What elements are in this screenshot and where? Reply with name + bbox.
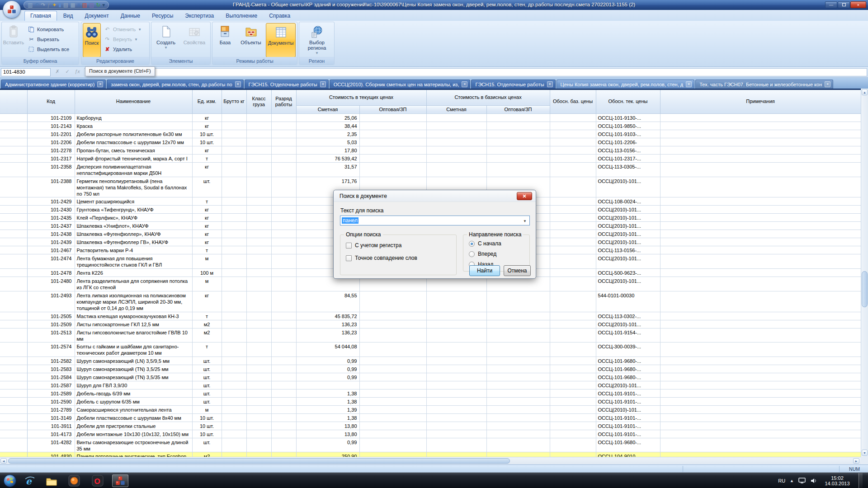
cell-unit[interactable]: кг bbox=[192, 146, 222, 154]
cell-code[interactable]: 101-2317 bbox=[27, 154, 75, 162]
cell-emp[interactable] bbox=[426, 320, 486, 328]
cell-code[interactable]: 101-2435 bbox=[27, 213, 75, 221]
taskbar-media-player-icon[interactable] bbox=[66, 474, 82, 487]
cell-name[interactable]: Натрий фтористый технический, марка А, с… bbox=[75, 154, 192, 162]
cell-emp[interactable] bbox=[486, 365, 550, 373]
cell-emp[interactable] bbox=[486, 291, 550, 312]
cell-code[interactable]: 101-2358 bbox=[27, 162, 75, 177]
cell-emp[interactable] bbox=[660, 268, 861, 277]
cell-unit[interactable]: 100 м bbox=[192, 268, 222, 277]
cell-emp[interactable] bbox=[246, 138, 271, 146]
checkbox-icon[interactable] bbox=[346, 255, 352, 261]
dialog-title[interactable]: Поиск в документе bbox=[334, 190, 536, 202]
cell-num[interactable]: 54 044,08 bbox=[296, 342, 359, 357]
cell-gutter[interactable] bbox=[0, 291, 27, 312]
cell-emp[interactable] bbox=[486, 146, 550, 154]
cancel-entry-icon[interactable]: ✗ bbox=[53, 69, 61, 76]
cell-name[interactable]: Мастика клеящая кумаронокаучуковая КН-3 bbox=[75, 312, 192, 320]
cell-emp[interactable] bbox=[426, 430, 486, 438]
cell-emp[interactable] bbox=[246, 277, 271, 291]
cell-code[interactable]: 101-2109 bbox=[27, 113, 75, 122]
cell-obosn[interactable]: ОССЦ-101-9850-... bbox=[596, 122, 660, 130]
cell-emp[interactable] bbox=[271, 320, 296, 328]
table-row[interactable]: 101-4282Винты самонарезающие остроконечн… bbox=[0, 438, 861, 452]
select-all-button[interactable]: Выделить все bbox=[27, 45, 71, 54]
cancel-button[interactable]: Отмена bbox=[504, 265, 531, 276]
cell-unit[interactable]: т bbox=[192, 342, 222, 357]
cell-emp[interactable] bbox=[426, 365, 486, 373]
cell-unit[interactable]: шт. bbox=[192, 381, 222, 389]
cell-unit[interactable]: т bbox=[192, 246, 222, 254]
cell-emp[interactable] bbox=[359, 113, 426, 122]
cell-emp[interactable] bbox=[246, 130, 271, 138]
cell-code[interactable]: 101-3911 bbox=[27, 422, 75, 430]
cell-emp[interactable] bbox=[660, 342, 861, 357]
cell-emp[interactable] bbox=[660, 221, 861, 230]
table-row[interactable]: 101-2505Мастика клеящая кумаронокаучуков… bbox=[0, 312, 861, 320]
taskbar-grand-smeta-icon[interactable] bbox=[112, 474, 128, 487]
cell-obosn[interactable]: 544-0101-00030 bbox=[596, 291, 660, 312]
cell-emp[interactable] bbox=[246, 213, 271, 221]
cell-emp[interactable] bbox=[426, 381, 486, 389]
cell-emp[interactable] bbox=[271, 373, 296, 381]
copy-button[interactable]: Копировать bbox=[27, 25, 65, 34]
cell-obosn[interactable]: ОССЦ-101-9101-... bbox=[596, 430, 660, 438]
document-tab[interactable]: ГЭСН15. Отделочные работы× bbox=[245, 80, 329, 89]
cell-code[interactable]: 101-2278 bbox=[27, 146, 75, 154]
dialog-close-button[interactable]: ✕ bbox=[517, 192, 532, 200]
cell-emp[interactable] bbox=[271, 146, 296, 154]
cell-emp[interactable] bbox=[246, 357, 271, 365]
cell-emp[interactable] bbox=[359, 373, 426, 381]
cell-obosn[interactable]: ОССЦ-101-9680-... bbox=[596, 365, 660, 373]
tab-close-icon[interactable]: × bbox=[235, 81, 241, 87]
cell-emp[interactable] bbox=[222, 230, 246, 238]
cell-unit[interactable]: шт. bbox=[192, 365, 222, 373]
cell-emp[interactable] bbox=[271, 357, 296, 365]
cell-name[interactable]: Лента К226 bbox=[75, 268, 192, 277]
cell-emp[interactable] bbox=[426, 389, 486, 397]
table-row[interactable]: 101-2589Дюбель-гвоздь 6/39 ммшт.1,38ОССЦ… bbox=[0, 389, 861, 397]
horizontal-scroll-thumb[interactable] bbox=[8, 458, 510, 464]
cell-code[interactable]: 101-4282 bbox=[27, 438, 75, 452]
properties-button[interactable]: Свойства bbox=[180, 23, 208, 57]
cell-obosn[interactable]: ОССЦ-101-9101-... bbox=[596, 422, 660, 430]
cell-obosn[interactable]: ОССЦ(2010)-101... bbox=[596, 213, 660, 221]
cell-emp[interactable] bbox=[486, 389, 550, 397]
cell-gutter[interactable] bbox=[0, 422, 27, 430]
cell-emp[interactable] bbox=[660, 197, 861, 205]
refresh-icon[interactable]: ↻ bbox=[96, 2, 100, 8]
cell-emp[interactable] bbox=[246, 405, 271, 413]
cell-emp[interactable] bbox=[359, 405, 426, 413]
mail-icon[interactable]: ▧ bbox=[82, 2, 87, 8]
cell-emp[interactable] bbox=[660, 430, 861, 438]
cell-emp[interactable] bbox=[359, 397, 426, 405]
cell-emp[interactable] bbox=[550, 452, 596, 457]
cell-emp[interactable] bbox=[271, 205, 296, 213]
cell-emp[interactable] bbox=[271, 113, 296, 122]
cell-num[interactable]: 1,38 bbox=[296, 397, 359, 405]
cell-gutter[interactable] bbox=[0, 146, 27, 154]
cell-unit[interactable]: кг bbox=[192, 238, 222, 246]
cell-emp[interactable] bbox=[660, 422, 861, 430]
hidden-icons-chevron-icon[interactable]: ▲ bbox=[790, 479, 794, 483]
cell-emp[interactable] bbox=[222, 268, 246, 277]
cell-emp[interactable] bbox=[271, 430, 296, 438]
cell-emp[interactable] bbox=[359, 357, 426, 365]
cell-name[interactable]: Герметик пенополиуретановый (пена монтаж… bbox=[75, 177, 192, 197]
cell-emp[interactable] bbox=[222, 122, 246, 130]
cell-emp[interactable] bbox=[246, 438, 271, 452]
cell-emp[interactable] bbox=[550, 246, 596, 254]
tab-close-icon[interactable]: × bbox=[320, 81, 326, 87]
cell-emp[interactable] bbox=[426, 397, 486, 405]
cell-name[interactable]: Шуруп самонарезающий (LN) 3,5/9,5 мм bbox=[75, 357, 192, 365]
undo-icon[interactable]: ↶ bbox=[34, 2, 39, 8]
cell-obosn[interactable]: ОССЦ(2010)-101... bbox=[596, 221, 660, 230]
cell-code[interactable]: 101-4830 bbox=[27, 452, 75, 457]
cell-emp[interactable] bbox=[486, 452, 550, 457]
cell-unit[interactable]: кг bbox=[192, 113, 222, 122]
cell-emp[interactable] bbox=[660, 246, 861, 254]
cell-gutter[interactable] bbox=[0, 254, 27, 268]
checkbox-icon[interactable] bbox=[346, 243, 352, 249]
cell-emp[interactable] bbox=[550, 342, 596, 357]
cell-emp[interactable] bbox=[426, 373, 486, 381]
